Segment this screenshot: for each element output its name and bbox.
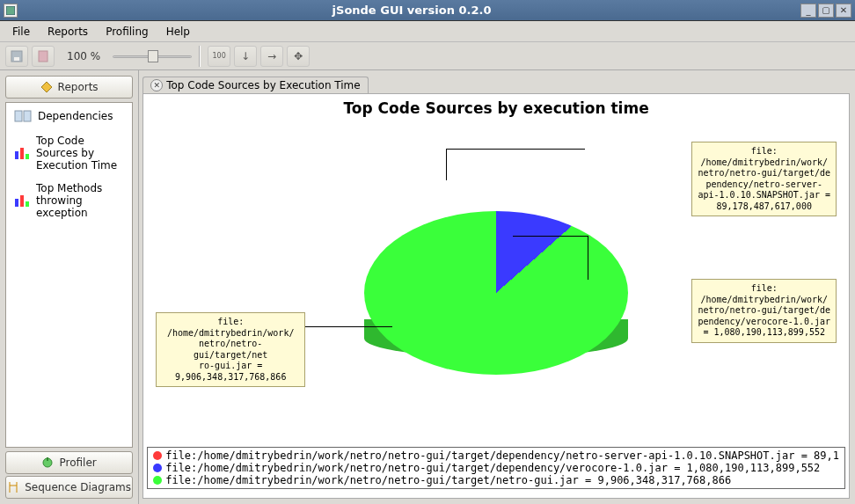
pie-chart (364, 161, 628, 425)
swatch-red-icon (153, 451, 162, 460)
sidebar: Reports Dependencies Top Code Sources by… (0, 70, 139, 504)
bar-chart-icon (13, 193, 31, 208)
zoom-level: 100 % (58, 50, 109, 62)
menu-file[interactable]: File (5, 23, 37, 40)
svg-rect-9 (26, 154, 29, 159)
reports-label: Reports (58, 81, 99, 93)
tree-item-top-code-sources[interactable]: Top Code Sources by Execution Time (6, 129, 132, 177)
svg-rect-0 (6, 6, 15, 15)
callout-green: file: /home/dmitrybedrin/work/ netro/net… (156, 312, 305, 387)
callout-red: file: /home/dmitrybedrin/work/ netro/net… (691, 142, 837, 216)
tab-top-code-sources[interactable]: ✕ Top Code Sources by Execution Time (142, 77, 368, 93)
zoom-fit-icon[interactable]: ✥ (287, 46, 310, 67)
svg-rect-6 (24, 111, 31, 121)
profiler-icon (41, 457, 54, 469)
tab-row: ✕ Top Code Sources by Execution Time (142, 74, 850, 93)
leader-line (588, 236, 588, 280)
menu-reports[interactable]: Reports (40, 23, 95, 40)
tree-item-label: Top Methods throwing exception (36, 182, 125, 219)
legend-item-green: file:/home/dmitrybedrin/work/netro/netro… (153, 474, 839, 486)
svg-marker-4 (41, 82, 52, 92)
leader-line (513, 236, 588, 237)
toolbar: 100 % 100 ↓ → ✥ (0, 42, 855, 70)
svg-rect-2 (14, 57, 19, 61)
pdf-icon[interactable] (32, 46, 55, 67)
slider-thumb[interactable] (148, 50, 158, 62)
bar-chart-icon (13, 145, 31, 161)
sequence-label: Sequence Diagrams (25, 481, 131, 493)
tree-item-label: Top Code Sources by Execution Time (36, 135, 125, 172)
reports-section-button[interactable]: Reports (5, 76, 133, 99)
swatch-blue-icon (153, 464, 162, 472)
svg-rect-5 (15, 111, 22, 121)
svg-rect-14 (47, 457, 48, 461)
zoom-out-down-icon[interactable]: ↓ (234, 46, 257, 67)
close-button[interactable]: ✕ (836, 4, 851, 18)
chart-title: Top Code Sources by execution time (143, 94, 849, 117)
tree-item-label: Dependencies (38, 110, 113, 122)
legend: file:/home/dmitrybedrin/work/netro/netro… (147, 447, 845, 489)
tab-title: Top Code Sources by Execution Time (166, 79, 360, 91)
tree-item-dependencies[interactable]: Dependencies (6, 103, 132, 129)
leader-line (446, 149, 447, 180)
dependencies-icon (13, 108, 33, 124)
svg-rect-11 (20, 195, 24, 207)
window-titlebar: jSonde GUI version 0.2.0 _ ▢ ✕ (0, 0, 855, 21)
maximize-button[interactable]: ▢ (818, 4, 834, 18)
reports-icon (40, 81, 53, 93)
app-icon (4, 4, 18, 18)
toolbar-separator (199, 46, 201, 67)
svg-rect-3 (39, 51, 48, 62)
menubar: File Reports Profiling Help (0, 21, 855, 42)
zoom-100-button[interactable]: 100 (208, 46, 230, 67)
profiler-section-button[interactable]: Profiler (5, 451, 133, 474)
legend-item-red: file:/home/dmitrybedrin/work/netro/netro… (153, 449, 839, 462)
menu-help[interactable]: Help (159, 23, 197, 40)
sequence-diagrams-section-button[interactable]: Sequence Diagrams (5, 476, 133, 499)
callout-blue: file: /home/dmitrybedrin/work/ netro/net… (691, 279, 837, 343)
svg-rect-10 (15, 199, 18, 207)
menu-profiling[interactable]: Profiling (99, 23, 156, 40)
zoom-slider[interactable] (113, 52, 192, 61)
zoom-out-right-icon[interactable]: → (260, 46, 283, 67)
sequence-icon (7, 481, 19, 493)
leader-line (446, 149, 585, 150)
tree-item-top-methods-exception[interactable]: Top Methods throwing exception (6, 177, 132, 224)
content-area: ✕ Top Code Sources by Execution Time Top… (139, 70, 855, 504)
svg-rect-8 (20, 148, 24, 159)
chart-area: file: /home/dmitrybedrin/work/ netro/net… (143, 117, 849, 443)
save-disk-icon[interactable] (5, 46, 28, 67)
close-tab-icon[interactable]: ✕ (150, 79, 163, 91)
svg-rect-12 (26, 201, 29, 207)
minimize-button[interactable]: _ (800, 4, 816, 18)
window-title: jSonde GUI version 0.2.0 (23, 4, 800, 17)
legend-item-blue: file:/home/dmitrybedrin/work/netro/netro… (153, 462, 839, 474)
svg-rect-7 (15, 151, 18, 159)
profiler-label: Profiler (59, 457, 96, 469)
swatch-green-icon (153, 476, 162, 485)
reports-tree: Dependencies Top Code Sources by Executi… (5, 102, 133, 448)
chart-panel: Top Code Sources by execution time file:… (142, 93, 850, 499)
